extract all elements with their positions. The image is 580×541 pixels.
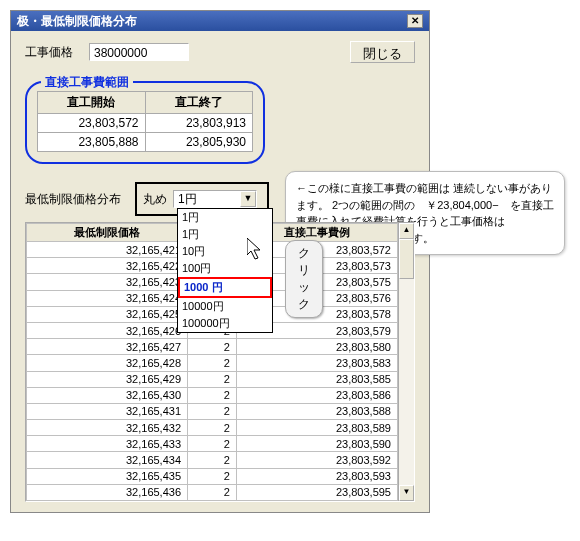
dropdown-option[interactable]: 100円 [178, 260, 272, 277]
dist-label: 最低制限価格分布 [25, 191, 125, 208]
close-icon[interactable]: ✕ [407, 14, 423, 28]
round-dropdown[interactable]: 1円 ▼ [173, 190, 257, 208]
table-row: 32,165,435223,803,593 [27, 468, 398, 484]
range-col-start: 直工開始 [38, 92, 146, 114]
price-input[interactable]: 38000000 [89, 43, 189, 61]
table-row: 32,165,436223,803,595 [27, 484, 398, 500]
round-selected: 1円 [174, 191, 240, 208]
scrollbar[interactable]: ▲ ▼ [398, 223, 414, 501]
dropdown-option[interactable]: 1円 [178, 209, 272, 226]
scroll-down-icon[interactable]: ▼ [399, 485, 414, 501]
click-tooltip: クリック [285, 240, 323, 318]
round-label: 丸め [143, 191, 167, 208]
table-row: 32,165,429223,803,585 [27, 371, 398, 387]
scroll-up-icon[interactable]: ▲ [399, 223, 414, 239]
price-label: 工事価格 [25, 44, 79, 61]
table-row: 32,165,433223,803,590 [27, 436, 398, 452]
table-row: 23,803,57223,803,913 [38, 114, 253, 133]
range-group-title: 直接工事費範囲 [41, 74, 133, 91]
table-row: 32,165,431223,803,588 [27, 403, 398, 419]
dropdown-option[interactable]: 10000円 [178, 298, 272, 315]
table-row: 32,165,434223,803,592 [27, 452, 398, 468]
titlebar: 极・最低制限価格分布 ✕ [11, 11, 429, 31]
dropdown-option[interactable]: 1000 円 [178, 277, 272, 298]
dropdown-option[interactable]: 100000円 [178, 315, 272, 332]
window-title: 极・最低制限価格分布 [17, 13, 137, 30]
table-row: 32,165,427223,803,580 [27, 339, 398, 355]
grid-col-price: 最低制限価格 [27, 224, 188, 242]
dialog-window: 极・最低制限価格分布 ✕ 工事価格 38000000 閉じる 直接工事費範囲 直… [10, 10, 430, 513]
close-button[interactable]: 閉じる [350, 41, 415, 63]
round-dropdown-list[interactable]: 1円1円10円100円1000 円10000円100000円 [177, 208, 273, 333]
dropdown-option[interactable]: 10円 [178, 243, 272, 260]
range-col-end: 直工終了 [145, 92, 253, 114]
range-table: 直工開始 直工終了 23,803,57223,803,91323,805,888… [37, 91, 253, 152]
round-dropdown-wrap: 丸め 1円 ▼ 1円1円10円100円1000 円10000円100000円 ク… [135, 182, 269, 216]
range-group: 直接工事費範囲 直工開始 直工終了 23,803,57223,803,91323… [25, 81, 265, 164]
table-row: 23,805,88823,805,930 [38, 133, 253, 152]
chevron-down-icon[interactable]: ▼ [240, 191, 256, 207]
table-row: 32,165,432223,803,589 [27, 420, 398, 436]
table-row: 32,165,428223,803,583 [27, 355, 398, 371]
table-row: 32,165,430223,803,586 [27, 387, 398, 403]
dropdown-option[interactable]: 1円 [178, 226, 272, 243]
scroll-thumb[interactable] [399, 239, 414, 279]
